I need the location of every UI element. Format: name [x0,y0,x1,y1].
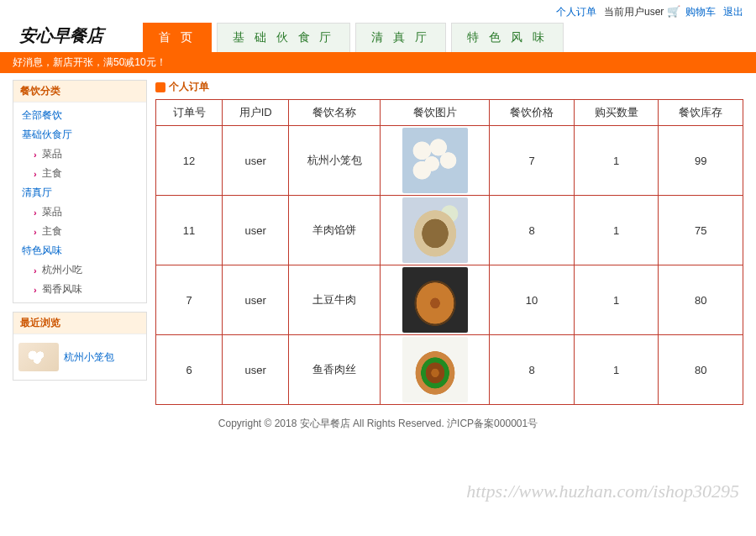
current-user-label: 当前用户user [604,6,664,18]
nav-tab-3[interactable]: 特 色 风 味 [451,23,564,52]
sidebar: 餐饮分类 全部餐饮基础伙食厅菜品主食清真厅菜品主食特色风味杭州小吃蜀香风味 最近… [13,80,147,389]
cat-group-1[interactable]: 清真厅 [13,183,146,202]
announcement-text: 好消息，新店开张，满50减10元！ [13,55,743,70]
cell: 7 [156,265,223,335]
cat-sub-2-1[interactable]: 蜀香风味 [18,280,146,299]
cell: 鱼香肉丝 [289,335,381,405]
cell [381,126,490,196]
cell: user [223,126,289,196]
recent-box: 最近浏览 杭州小笼包 [13,312,147,381]
recent-thumb-icon [18,343,59,371]
cat-sub-2-0[interactable]: 杭州小吃 [18,260,146,280]
orders-table: 订单号用户ID餐饮名称餐饮图片餐饮价格购买数量餐饮库存 12user杭州小笼包7… [155,99,743,405]
cat-group-2[interactable]: 特色风味 [13,241,146,260]
categories-title: 餐饮分类 [13,81,146,102]
cell: user [223,196,289,265]
nav-tab-0[interactable]: 首 页 [143,23,212,52]
footer: Copyright © 2018 安心早餐店 All Rights Reserv… [0,405,756,456]
link-personal-orders[interactable]: 个人订单 [556,6,596,18]
title-bullet-icon [155,82,165,92]
cell: 8 [490,335,575,405]
col-header-5: 购买数量 [574,100,659,126]
cart-icon: 🛒 [667,5,680,18]
food-image-icon [402,337,468,402]
col-header-1: 用户ID [223,100,289,126]
link-cart[interactable]: 购物车 [685,6,716,18]
cell: 12 [156,126,223,196]
cell: user [223,335,289,405]
col-header-4: 餐饮价格 [490,100,575,126]
cell: 1 [574,335,659,405]
col-header-3: 餐饮图片 [381,100,490,126]
cell: 7 [490,126,575,196]
announcement-bar: 好消息，新店开张，满50减10元！ [0,52,756,73]
food-image-icon [402,197,468,263]
col-header-0: 订单号 [156,100,223,126]
cat-sub-1-0[interactable]: 菜品 [18,202,146,222]
nav-tab-1[interactable]: 基 础 伙 食 厅 [217,23,351,52]
cat-group-0[interactable]: 基础伙食厅 [13,125,146,145]
cell: 11 [156,196,223,265]
cell: 75 [659,196,743,265]
cat-all[interactable]: 全部餐饮 [13,106,146,125]
table-row: 7user土豆牛肉10180 [156,265,743,335]
table-row: 11user羊肉馅饼8175 [156,196,743,265]
cell [381,196,490,265]
recent-item[interactable]: 杭州小笼包 [13,338,146,376]
food-image-icon [402,267,468,333]
cell: user [223,265,289,335]
recent-title: 最近浏览 [13,313,146,334]
cell: 99 [659,126,743,196]
cat-sub-0-1[interactable]: 主食 [18,164,146,183]
cell: 8 [490,196,575,265]
cell: 80 [659,265,743,335]
site-logo: 安心早餐店 [13,21,143,52]
content-title: 个人订单 [155,80,743,94]
cell: 10 [490,265,575,335]
cat-sub-1-1[interactable]: 主食 [18,222,146,241]
cell: 羊肉馅饼 [289,196,381,265]
cell: 6 [156,335,223,405]
table-row: 12user杭州小笼包7199 [156,126,743,196]
content-area: 个人订单 订单号用户ID餐饮名称餐饮图片餐饮价格购买数量餐饮库存 12user杭… [155,80,743,405]
cell [381,265,490,335]
cat-sub-0-0[interactable]: 菜品 [18,145,146,164]
content-title-text: 个人订单 [169,80,209,94]
cell: 1 [574,265,659,335]
cell: 80 [659,335,743,405]
cell: 土豆牛肉 [289,265,381,335]
link-logout[interactable]: 退出 [723,6,743,18]
table-row: 6user鱼香肉丝8180 [156,335,743,405]
recent-name: 杭州小笼包 [64,350,114,365]
topbar: 个人订单 当前用户user 🛒购物车 退出 [13,0,743,21]
col-header-6: 餐饮库存 [659,100,743,126]
categories-box: 餐饮分类 全部餐饮基础伙食厅菜品主食清真厅菜品主食特色风味杭州小吃蜀香风味 [13,80,147,303]
cell [381,335,490,405]
col-header-2: 餐饮名称 [289,100,381,126]
nav-tab-2[interactable]: 清 真 厅 [355,23,446,52]
cell: 杭州小笼包 [289,126,381,196]
cell: 1 [574,196,659,265]
main-nav: 首 页基 础 伙 食 厅清 真 厅特 色 风 味 [143,23,564,52]
cell: 1 [574,126,659,196]
food-image-icon [402,128,468,193]
